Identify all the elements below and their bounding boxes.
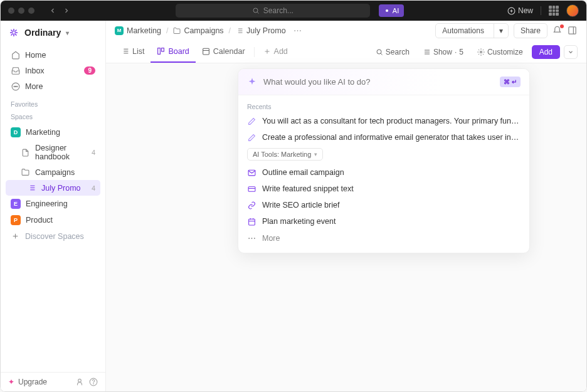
svg-point-28 <box>93 384 94 384</box>
customize-button[interactable]: Customize <box>472 45 528 59</box>
help-icon[interactable] <box>89 378 98 386</box>
tab-list[interactable]: List <box>115 41 151 63</box>
back-button[interactable] <box>47 5 58 16</box>
svg-rect-32 <box>569 26 576 33</box>
recent-item[interactable]: You will act as a consultant for tech pr… <box>238 113 529 129</box>
recents-label: Recents <box>238 100 529 113</box>
more-icon <box>11 82 20 91</box>
folder-campaigns[interactable]: Campaigns <box>6 164 100 180</box>
svg-point-43 <box>377 50 381 54</box>
plus-icon <box>263 48 271 55</box>
search-placeholder: Search... <box>263 6 294 15</box>
space-engineering[interactable]: E Engineering <box>6 196 100 212</box>
breadcrumb-folder[interactable]: Campaigns <box>173 26 223 35</box>
chevron-down-icon <box>568 49 574 55</box>
card-icon <box>247 185 256 193</box>
chevron-down-icon: ▾ <box>66 29 69 36</box>
add-task-button[interactable]: Add <box>532 45 560 59</box>
tab-board[interactable]: Board <box>151 41 195 63</box>
space-marketing[interactable]: D Marketing <box>6 124 100 140</box>
list-icon <box>236 27 243 34</box>
window-controls[interactable] <box>8 8 34 14</box>
svg-point-17 <box>16 86 17 87</box>
search-button[interactable]: Search <box>371 45 415 59</box>
svg-line-1 <box>257 12 258 13</box>
svg-rect-39 <box>203 48 209 55</box>
forward-button[interactable] <box>61 5 72 16</box>
notifications-icon[interactable] <box>553 26 563 36</box>
workspace-switcher[interactable]: Ordinary ▾ <box>1 21 105 45</box>
svg-line-12 <box>15 30 17 32</box>
tool-outline-email[interactable]: Outline email campaign <box>238 164 529 181</box>
page-header: M Marketing / Campaigns / July Promo ⋯ <box>106 21 586 41</box>
app-window: Search... AI New Ordinary ▾ <box>0 0 587 392</box>
chevron-down-icon: ▾ <box>314 151 317 157</box>
sparkle-icon <box>384 8 390 14</box>
panel-icon[interactable] <box>568 26 578 36</box>
discover-spaces[interactable]: Discover Spaces <box>6 228 100 244</box>
folder-icon <box>21 167 30 177</box>
home-icon <box>11 50 20 60</box>
tab-calendar[interactable]: Calendar <box>196 41 251 63</box>
share-button[interactable]: Share <box>514 23 547 38</box>
global-search[interactable]: Search... <box>176 4 370 18</box>
svg-line-11 <box>15 34 17 36</box>
list-icon <box>121 47 129 55</box>
upgrade-icon: ✦ <box>8 378 14 386</box>
inbox-icon <box>11 66 20 75</box>
breadcrumb-space[interactable]: M Marketing <box>115 26 161 35</box>
user-icon[interactable] <box>75 378 84 386</box>
calendar-icon <box>247 218 256 226</box>
history-nav <box>47 5 72 16</box>
recent-item[interactable]: Create a professional and informative em… <box>238 129 529 146</box>
search-icon <box>252 7 260 14</box>
mail-icon <box>247 169 256 177</box>
list-designer-handbook[interactable]: Designer handbook 4 <box>6 140 100 164</box>
automations-button[interactable]: Automations ▾ <box>435 23 509 38</box>
tab-add-view[interactable]: Add <box>257 41 294 63</box>
breadcrumb-list[interactable]: July Promo <box>236 26 286 35</box>
svg-rect-38 <box>162 48 164 51</box>
list-icon <box>27 183 36 193</box>
svg-point-26 <box>78 379 82 382</box>
pencil-icon <box>247 117 256 125</box>
ai-modal: ⌘ ↵ Recents You will act as a consultant… <box>238 68 530 253</box>
sparkle-icon <box>247 77 257 87</box>
pencil-icon <box>247 134 256 142</box>
tool-plan-event[interactable]: Plan marketing event <box>238 213 529 230</box>
apps-button[interactable] <box>549 6 559 16</box>
board-canvas: ⌘ ↵ Recents You will act as a consultant… <box>106 63 586 391</box>
inbox-badge: 9 <box>84 66 95 75</box>
new-button[interactable]: New <box>507 6 533 15</box>
user-avatar[interactable] <box>566 4 579 17</box>
svg-line-10 <box>11 30 13 32</box>
svg-line-13 <box>11 34 13 36</box>
show-button[interactable]: Show · 5 <box>418 45 468 59</box>
svg-rect-37 <box>158 48 161 55</box>
add-dropdown[interactable] <box>564 45 578 59</box>
calendar-icon <box>202 47 210 55</box>
svg-point-2 <box>386 9 388 12</box>
nav-home[interactable]: Home <box>6 47 100 63</box>
space-badge: E <box>11 199 21 209</box>
sidebar: Ordinary ▾ Home Inbox 9 More Favorit <box>1 21 106 391</box>
chevron-down-icon: ▾ <box>494 24 508 38</box>
sliders-icon <box>423 48 431 56</box>
upgrade-button[interactable]: Upgrade <box>18 378 47 386</box>
breadcrumb-more-icon[interactable]: ⋯ <box>294 26 302 35</box>
ai-prompt-input[interactable] <box>263 77 494 87</box>
list-july-promo[interactable]: July Promo 4 <box>6 180 100 196</box>
ai-button[interactable]: AI <box>379 4 404 17</box>
folder-icon <box>173 27 181 34</box>
spaces-section: Spaces <box>1 109 105 122</box>
nav-inbox[interactable]: Inbox 9 <box>6 63 100 78</box>
dots-icon: ⋯ <box>247 233 256 243</box>
ai-tools-chip[interactable]: AI Tools: Marketing ▾ <box>247 148 323 161</box>
svg-rect-52 <box>249 219 255 225</box>
nav-more[interactable]: More <box>6 78 100 94</box>
space-product[interactable]: P Product <box>6 212 100 228</box>
tool-seo-brief[interactable]: Write SEO article brief <box>238 197 529 213</box>
svg-point-15 <box>14 86 14 87</box>
more-tools[interactable]: ⋯ More <box>238 230 529 246</box>
tool-featured-snippet[interactable]: Write featured snippet text <box>238 181 529 197</box>
